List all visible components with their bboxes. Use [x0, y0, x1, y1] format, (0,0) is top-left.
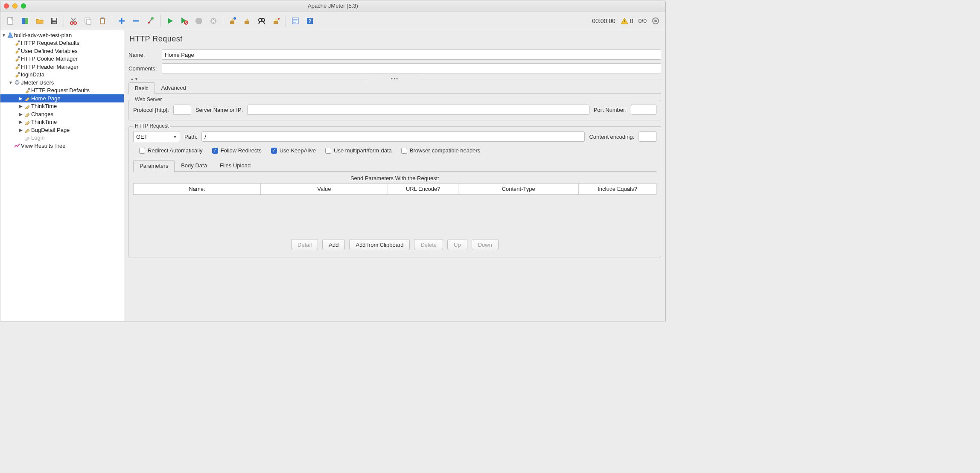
- col-content-type[interactable]: Content-Type: [458, 184, 578, 195]
- clear-button[interactable]: [226, 14, 239, 28]
- svg-rect-11: [87, 19, 91, 24]
- flask-icon: [6, 32, 14, 38]
- svg-marker-21: [168, 18, 173, 24]
- function-helper-button[interactable]: [289, 14, 302, 28]
- redirect-auto-checkbox[interactable]: Redirect Automatically: [139, 147, 203, 154]
- disclosure-icon[interactable]: ▼: [8, 80, 13, 85]
- tree-item[interactable]: HTTP Request Defaults: [0, 87, 124, 95]
- tree-item[interactable]: ▶BugDetail Page: [0, 126, 124, 134]
- tab-body-data[interactable]: Body Data: [175, 160, 213, 171]
- svg-marker-22: [181, 18, 186, 23]
- group-title: Web Server: [133, 96, 163, 102]
- multipart-checkbox[interactable]: Use multipart/form-data: [325, 147, 392, 154]
- tree-item-results-tree[interactable]: View Results Tree: [0, 142, 124, 150]
- toolbar: ? 00:00:00 ! 0 0/0: [0, 12, 665, 30]
- tree-item[interactable]: User Defined Variables: [0, 47, 124, 55]
- wrench-icon: [13, 55, 21, 62]
- tab-advanced[interactable]: Advanced: [155, 82, 192, 93]
- paste-button[interactable]: [96, 14, 109, 28]
- help-button[interactable]: ?: [303, 14, 317, 28]
- svg-rect-2: [25, 18, 28, 24]
- start-no-pause-button[interactable]: [178, 14, 191, 28]
- parameters-table[interactable]: Name: Value URL Encode? Content-Type Inc…: [133, 183, 656, 195]
- search-button[interactable]: [255, 14, 268, 28]
- col-include-equals[interactable]: Include Equals?: [578, 184, 656, 195]
- svg-rect-14: [101, 18, 104, 19]
- warning-indicator[interactable]: ! 0: [621, 17, 633, 25]
- clear-all-button[interactable]: [240, 14, 254, 28]
- comments-input[interactable]: [162, 63, 661, 73]
- svg-text:!: !: [624, 19, 625, 24]
- tree-test-plan[interactable]: ▼ build-adv-web-test-plan: [0, 31, 124, 39]
- status-bar: 00:00:00 ! 0 0/0: [592, 17, 662, 25]
- tree-thread-group[interactable]: ▼JMeter Users: [0, 79, 124, 87]
- tree-item-home-page[interactable]: ▶Home Page: [0, 94, 124, 102]
- open-button[interactable]: [33, 14, 47, 28]
- status-indicator-icon: [652, 17, 659, 25]
- tree-item[interactable]: loginData: [0, 71, 124, 79]
- collapse-all-button[interactable]: [129, 14, 143, 28]
- svg-rect-13: [101, 19, 104, 23]
- disclosure-icon[interactable]: ▶: [18, 120, 23, 124]
- app-window: Apache JMeter (5.3) ? 00:00:00 !: [0, 0, 666, 321]
- disclosure-icon[interactable]: ▶: [18, 96, 23, 101]
- add-button[interactable]: Add: [322, 239, 345, 250]
- disclosure-icon[interactable]: ▶: [18, 104, 23, 108]
- detail-button[interactable]: Detail: [291, 239, 318, 250]
- name-input[interactable]: [162, 50, 661, 60]
- tree-item[interactable]: HTTP Header Manager: [0, 63, 124, 71]
- tab-parameters[interactable]: Parameters: [133, 160, 175, 172]
- tab-basic[interactable]: Basic: [128, 82, 155, 94]
- disclosure-icon[interactable]: ▼: [1, 33, 6, 38]
- col-url-encode[interactable]: URL Encode?: [388, 184, 458, 195]
- tree-item[interactable]: ▶Changes: [0, 110, 124, 118]
- wrench-icon: [13, 40, 21, 47]
- tree-item[interactable]: HTTP Request Defaults: [0, 39, 124, 47]
- disclosure-icon[interactable]: ▶: [18, 112, 23, 117]
- tree-panel[interactable]: ▼ build-adv-web-test-plan HTTP Request D…: [0, 30, 124, 321]
- svg-text:?: ?: [308, 18, 311, 24]
- browser-headers-checkbox[interactable]: Browser-compatible headers: [401, 147, 480, 154]
- add-from-clipboard-button[interactable]: Add from Clipboard: [349, 239, 410, 250]
- splitter-handle[interactable]: ▲▼ •••: [128, 77, 661, 81]
- toolbar-separator: [64, 15, 64, 27]
- stop-button[interactable]: [192, 14, 206, 28]
- titlebar: Apache JMeter (5.3): [0, 0, 665, 12]
- server-input[interactable]: [247, 105, 589, 115]
- col-value[interactable]: Value: [260, 184, 388, 195]
- shutdown-button[interactable]: [207, 14, 220, 28]
- keep-alive-checkbox[interactable]: ✓Use KeepAlive: [271, 147, 316, 154]
- tree-label: HTTP Request Defaults: [31, 87, 90, 93]
- up-button[interactable]: Up: [447, 239, 467, 250]
- tab-files-upload[interactable]: Files Upload: [213, 160, 257, 171]
- port-input[interactable]: [631, 105, 656, 115]
- path-input[interactable]: [201, 131, 585, 142]
- tree-label: Changes: [31, 111, 53, 117]
- tree-item-login[interactable]: Login: [0, 134, 124, 142]
- toggle-button[interactable]: [144, 14, 158, 28]
- expand-all-button[interactable]: [115, 14, 128, 28]
- cut-button[interactable]: [67, 14, 80, 28]
- tree-item[interactable]: HTTP Cookie Manager: [0, 55, 124, 63]
- method-select[interactable]: GET ▼: [133, 131, 180, 142]
- comments-label: Comments:: [128, 65, 158, 72]
- follow-redirects-checkbox[interactable]: ✓Follow Redirects: [212, 147, 262, 154]
- protocol-input[interactable]: [173, 105, 191, 115]
- templates-button[interactable]: [18, 14, 32, 28]
- tree-item[interactable]: ▶ThinkTime: [0, 102, 124, 111]
- col-name[interactable]: Name:: [134, 184, 261, 195]
- down-button[interactable]: Down: [472, 239, 499, 250]
- tree-item[interactable]: ▶ThinkTime: [0, 118, 124, 126]
- port-label: Port Number:: [594, 107, 627, 113]
- tree-label: build-adv-web-test-plan: [14, 32, 72, 38]
- copy-button[interactable]: [81, 14, 95, 28]
- disclosure-icon[interactable]: ▶: [18, 128, 23, 132]
- encoding-input[interactable]: [639, 131, 656, 142]
- delete-button[interactable]: Delete: [414, 239, 443, 250]
- config-tabs: Basic Advanced: [128, 82, 661, 94]
- save-button[interactable]: [47, 14, 61, 28]
- start-button[interactable]: [163, 14, 177, 28]
- new-file-button[interactable]: [4, 14, 18, 28]
- table-buttons: Detail Add Add from Clipboard Delete Up …: [133, 233, 656, 252]
- reset-search-button[interactable]: [269, 14, 283, 28]
